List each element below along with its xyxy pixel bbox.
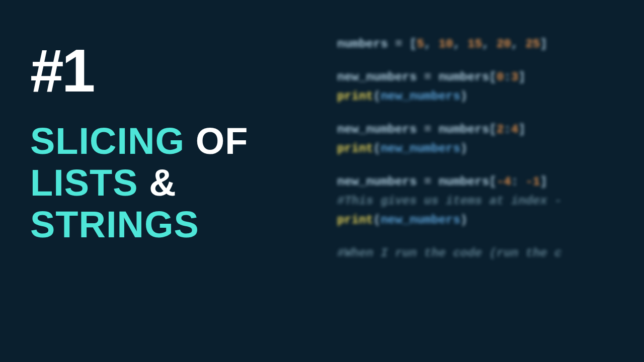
token-punc: ]: [540, 175, 547, 189]
code-line: #This gives us items at index -: [337, 192, 644, 210]
token-var: numbers: [439, 123, 490, 136]
code-block-1: numbers = [5, 10, 15, 20, 25]: [337, 35, 644, 53]
code-line: numbers = [5, 10, 15, 20, 25]: [337, 35, 644, 53]
token-func: print: [337, 142, 373, 155]
token-punc: ,: [511, 37, 526, 51]
token-punc: (: [373, 89, 380, 103]
token-punc: ,: [453, 37, 467, 51]
token-var: numbers: [337, 37, 388, 51]
token-var: numbers: [439, 70, 490, 84]
token-punc: ]: [540, 37, 547, 51]
code-line: new_numbers = numbers[-4: -1]: [337, 173, 644, 191]
token-arg: new_numbers: [380, 142, 460, 155]
token-op: =: [417, 123, 438, 136]
token-arg: new_numbers: [380, 89, 460, 103]
token-punc: ]: [518, 123, 525, 136]
token-punc: :: [504, 70, 511, 84]
title-word-strings: STRINGS: [30, 204, 199, 245]
code-line: print(new_numbers): [337, 140, 644, 158]
token-num: 5: [417, 37, 424, 51]
token-num: 3: [511, 70, 518, 84]
title-word-slicing: SLICING: [30, 120, 185, 162]
token-punc: [: [489, 175, 496, 189]
token-num: 25: [526, 37, 540, 51]
token-arg: new_numbers: [380, 213, 460, 227]
token-punc: ): [460, 89, 467, 103]
token-punc: :: [504, 123, 511, 136]
token-num: 10: [439, 37, 453, 51]
token-punc: ,: [482, 37, 497, 51]
code-block-2: new_numbers = numbers[0:3] print(new_num…: [337, 68, 644, 106]
token-punc: (: [373, 213, 380, 227]
title-ampersand: &: [149, 162, 176, 204]
token-punc: [: [489, 70, 496, 84]
title-word-lists: LISTS: [30, 162, 138, 204]
token-func: print: [337, 89, 373, 103]
token-num: -4: [497, 175, 511, 189]
token-var: new_numbers: [337, 70, 417, 84]
token-punc: ,: [424, 37, 439, 51]
code-preview: numbers = [5, 10, 15, 20, 25] new_number…: [337, 35, 644, 278]
token-comment: #This gives us items at index -: [337, 194, 561, 208]
token-func: print: [337, 213, 373, 227]
token-punc: ): [460, 213, 467, 227]
token-var: numbers: [439, 175, 490, 189]
slide-title: SLICING OF LISTS & STRINGS: [30, 121, 312, 246]
token-op: =: [417, 175, 438, 189]
code-line: new_numbers = numbers[0:3]: [337, 68, 644, 86]
token-punc: :: [511, 175, 526, 189]
token-punc: (: [373, 142, 380, 155]
token-var: new_numbers: [337, 175, 417, 189]
code-line: print(new_numbers): [337, 211, 644, 229]
token-op: =: [388, 37, 410, 51]
token-num: -1: [526, 175, 540, 189]
token-punc: ]: [518, 70, 525, 84]
title-panel: #1 SLICING OF LISTS & STRINGS: [30, 40, 312, 246]
token-comment: #When I run the code (run the c: [337, 246, 561, 260]
token-punc: [: [410, 37, 417, 51]
token-num: 15: [467, 37, 482, 51]
token-num: 4: [511, 123, 518, 136]
token-var: new_numbers: [337, 123, 417, 136]
code-line: print(new_numbers): [337, 87, 644, 106]
token-num: 20: [497, 37, 511, 51]
code-line: #When I run the code (run the c: [337, 244, 644, 262]
token-op: =: [417, 70, 438, 84]
token-num: 0: [497, 70, 504, 84]
episode-badge: #1: [30, 40, 312, 101]
title-word-of: OF: [196, 120, 249, 162]
code-block-5: #When I run the code (run the c: [337, 244, 644, 262]
token-num: 2: [497, 123, 504, 136]
code-block-4: new_numbers = numbers[-4: -1] #This give…: [337, 173, 644, 229]
code-line: new_numbers = numbers[2:4]: [337, 121, 644, 139]
token-punc: ): [460, 142, 467, 155]
code-block-3: new_numbers = numbers[2:4] print(new_num…: [337, 121, 644, 158]
token-punc: [: [489, 123, 496, 136]
